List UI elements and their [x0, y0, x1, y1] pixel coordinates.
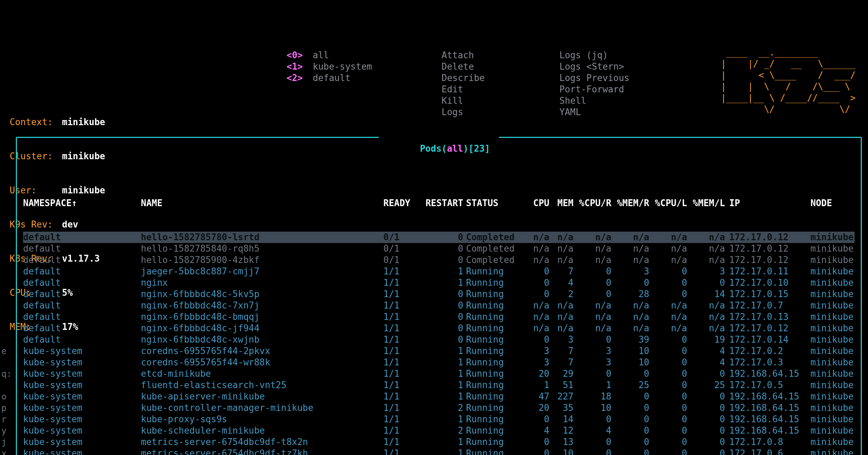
table-row[interactable]: defaultjaeger-5bbc8c887-cmjj71/11Running… [23, 266, 855, 277]
table-row[interactable]: defaulthello-1582785780-lsrtd0/10Complet… [23, 232, 855, 243]
table-row[interactable]: defaultnginx-6fbbbdc48c-xwjnb1/10Running… [23, 334, 855, 345]
help-action: Describe [442, 72, 485, 84]
cell-meml: n/a [687, 243, 725, 254]
table-row[interactable]: defaultnginx-6fbbbdc48c-bmqqj1/10Running… [23, 311, 855, 323]
cell-status: Running [466, 300, 526, 311]
cell-ready: 0/1 [383, 254, 421, 266]
cell-ready: 1/1 [383, 345, 421, 357]
help-action: Logs (jq) [559, 50, 630, 61]
table-row[interactable]: kube-systemkube-controller-manager-minik… [23, 402, 855, 414]
cell-node: minikube [810, 357, 855, 368]
cell-cpu: n/a [526, 311, 549, 323]
column-header[interactable]: STATUS [466, 198, 526, 209]
table-row[interactable]: kube-systemfluentd-elasticsearch-vnt251/… [23, 380, 855, 391]
cell-meml: 0 [687, 402, 725, 414]
cell-name: hello-1582785840-rq8h5 [141, 243, 383, 254]
cell-cpur: n/a [574, 243, 611, 254]
help-column: <0><1><2>allkube-systemdefault [287, 50, 375, 84]
cell-cpul: 0 [649, 289, 687, 300]
column-header[interactable]: %MEM/L [687, 198, 725, 209]
cell-status: Running [466, 311, 526, 323]
help-action: Shell [559, 95, 630, 107]
cell-restart: 0 [421, 323, 466, 334]
cell-cpur: 0 [574, 266, 611, 277]
cell-cpu: 3 [526, 357, 549, 368]
table-row[interactable]: defaulthello-1582785900-4zbkf0/10Complet… [23, 254, 855, 266]
table-row[interactable]: defaulthello-1582785840-rq8h50/10Complet… [23, 243, 855, 254]
cell-name: jaeger-5bbc8c887-cmjj7 [141, 266, 383, 277]
cell-memr: 0 [611, 277, 649, 289]
table-row[interactable]: kube-systemkube-scheduler-minikube1/12Ru… [23, 425, 855, 436]
column-header[interactable]: NAME [141, 198, 383, 209]
cell-node: minikube [810, 425, 855, 436]
cell-node: minikube [810, 243, 855, 254]
cell-mem: 4 [549, 277, 574, 289]
cell-restart: 0 [421, 300, 466, 311]
cell-restart: 1 [421, 357, 466, 368]
cell-ns: kube-system [23, 436, 141, 448]
cell-restart: 1 [421, 391, 466, 402]
column-header[interactable]: CPU [526, 198, 549, 209]
cell-memr: 10 [611, 345, 649, 357]
help-column: AttachDeleteDescribeEditKillLogs [386, 50, 488, 118]
cell-restart: 0 [421, 232, 466, 243]
column-header[interactable]: %CPU/L [649, 198, 687, 209]
cell-node: minikube [810, 436, 855, 448]
table-row[interactable]: defaultnginx1/11Running040000172.17.0.10… [23, 277, 855, 289]
cell-restart: 1 [421, 448, 466, 455]
column-header[interactable]: MEM [549, 198, 574, 209]
cell-meml: n/a [687, 323, 725, 334]
column-header[interactable]: NAMESPACE↑ [23, 198, 141, 209]
cell-status: Running [466, 436, 526, 448]
cell-memr: 0 [611, 402, 649, 414]
cell-name: nginx-6fbbbdc48c-jf944 [141, 323, 383, 334]
cell-cpur: n/a [574, 232, 611, 243]
cell-cpur: 0 [574, 289, 611, 300]
cell-status: Running [466, 368, 526, 380]
cell-cpul: 0 [649, 436, 687, 448]
help-action: Logs <Stern> [559, 61, 630, 72]
pods-panel: Pods(all)[23] NAMESPACE↑NAMEREADYRESTART… [16, 137, 862, 455]
cell-ready: 1/1 [383, 391, 421, 402]
help-action: all [313, 50, 372, 61]
help-action: Logs Previous [559, 72, 630, 84]
help-key[interactable]: <2> [287, 72, 309, 84]
column-header[interactable]: IP [725, 198, 810, 209]
column-header[interactable]: NODE [810, 198, 855, 209]
table-row[interactable]: defaultnginx-6fbbbdc48c-jf9441/10Running… [23, 323, 855, 334]
cell-mem: n/a [549, 243, 574, 254]
table-row[interactable]: kube-systemcoredns-6955765f44-2pkvx1/11R… [23, 345, 855, 357]
cell-ready: 1/1 [383, 289, 421, 300]
cell-memr: n/a [611, 311, 649, 323]
cell-memr: n/a [611, 300, 649, 311]
cell-cpul: n/a [649, 311, 687, 323]
table-row[interactable]: kube-systemetcd-minikube1/11Running20290… [23, 368, 855, 380]
help-key[interactable]: <1> [287, 61, 309, 72]
cell-ip: 192.168.64.15 [725, 391, 810, 402]
value-context: minikube [62, 117, 105, 128]
cell-status: Completed [466, 243, 526, 254]
column-header[interactable]: %CPU/R [574, 198, 611, 209]
cell-status: Running [466, 357, 526, 368]
table-row[interactable]: kube-systemkube-apiserver-minikube1/11Ru… [23, 391, 855, 402]
cell-cpul: 0 [649, 380, 687, 391]
cell-restart: 1 [421, 436, 466, 448]
cell-ready: 1/1 [383, 380, 421, 391]
column-header[interactable]: READY [383, 198, 421, 209]
table-row[interactable]: kube-systemmetrics-server-6754dbc9df-t8x… [23, 436, 855, 448]
cell-name: nginx-6fbbbdc48c-5kv5p [141, 289, 383, 300]
cell-cpul: 0 [649, 277, 687, 289]
table-row[interactable]: kube-systemkube-proxy-sqs9s1/11Running01… [23, 414, 855, 425]
table-row[interactable]: kube-systemcoredns-6955765f44-wr88k1/11R… [23, 357, 855, 368]
table-row[interactable]: kube-systemmetrics-server-6754dbc9df-tz7… [23, 448, 855, 455]
help-key[interactable]: <0> [287, 50, 309, 61]
cell-cpul: 0 [649, 414, 687, 425]
cell-node: minikube [810, 414, 855, 425]
table-row[interactable]: defaultnginx-6fbbbdc48c-5kv5p1/10Running… [23, 289, 855, 300]
column-header[interactable]: %MEM/R [611, 198, 649, 209]
column-header[interactable]: RESTART [421, 198, 466, 209]
help-column: Logs (jq)Logs <Stern>Logs PreviousPort-F… [498, 50, 633, 118]
table-row[interactable]: defaultnginx-6fbbbdc48c-7xn7j1/10Running… [23, 300, 855, 311]
table-header-row[interactable]: NAMESPACE↑NAMEREADYRESTARTSTATUSCPUMEM%C… [23, 198, 855, 209]
cell-restart: 0 [421, 334, 466, 345]
